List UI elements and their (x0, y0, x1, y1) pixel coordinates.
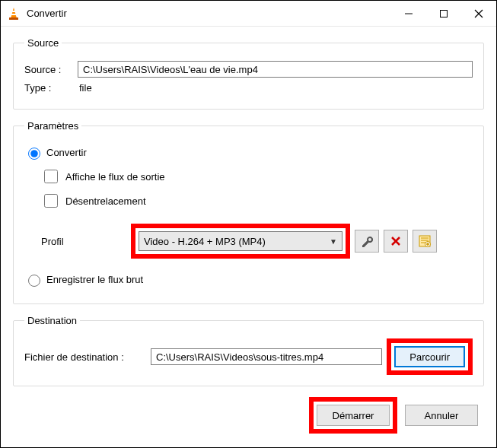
radio-raw-dump[interactable]: Enregistrer le flux brut (24, 272, 473, 287)
maximize-button[interactable] (426, 1, 461, 27)
list-new-icon (419, 235, 431, 247)
check-deinterlace-input[interactable] (44, 194, 58, 208)
titlebar: Convertir (1, 1, 496, 27)
params-legend: Paramètres (24, 120, 81, 132)
minimize-button[interactable] (391, 1, 426, 27)
profile-highlight: Video - H.264 + MP3 (MP4) ▼ (131, 224, 350, 259)
profile-dropdown-value: Video - H.264 + MP3 (MP4) (144, 236, 266, 247)
new-profile-button[interactable] (413, 230, 437, 253)
start-highlight: Démarrer (309, 397, 397, 434)
delete-x-icon (390, 236, 401, 246)
radio-convert-label: Convertir (46, 147, 87, 158)
radio-convert[interactable]: Convertir (24, 145, 473, 160)
svg-marker-0 (11, 8, 17, 18)
destination-file-label: Fichier de destination : (24, 351, 146, 363)
radio-convert-input[interactable] (28, 148, 40, 160)
source-input[interactable] (78, 61, 473, 78)
check-show-output[interactable]: Affiche le flux de sortie (41, 167, 473, 186)
radio-raw-dump-label: Enregistrer le flux brut (46, 274, 143, 285)
browse-button[interactable]: Parcourir (394, 346, 465, 367)
browse-highlight: Parcourir (387, 338, 473, 375)
dialog-footer: Démarrer Annuler (13, 397, 484, 434)
window-title: Convertir (27, 8, 67, 19)
check-show-output-label: Affiche le flux de sortie (65, 171, 165, 183)
svg-rect-2 (11, 14, 17, 15)
svg-rect-1 (12, 11, 16, 12)
close-button[interactable] (461, 1, 496, 27)
wrench-icon (361, 235, 373, 247)
profile-dropdown[interactable]: Video - H.264 + MP3 (MP4) ▼ (139, 231, 342, 251)
svg-rect-5 (441, 10, 448, 17)
check-deinterlace-label: Désentrelacement (65, 195, 146, 207)
edit-profile-button[interactable] (355, 230, 379, 253)
params-group: Paramètres Convertir Affiche le flux de … (13, 120, 484, 304)
destination-group: Destination Fichier de destination : Par… (13, 315, 484, 386)
chevron-down-icon: ▼ (330, 237, 337, 246)
check-deinterlace[interactable]: Désentrelacement (41, 192, 473, 210)
type-label: Type : (24, 82, 78, 94)
vlc-cone-icon (7, 7, 21, 21)
type-value: file (78, 82, 92, 94)
source-legend: Source (24, 37, 62, 49)
source-label: Source : (24, 64, 78, 75)
delete-profile-button[interactable] (384, 230, 408, 253)
svg-rect-3 (9, 17, 18, 20)
cancel-button[interactable]: Annuler (405, 405, 478, 426)
source-group: Source Source : Type : file (13, 37, 484, 110)
start-button[interactable]: Démarrer (317, 405, 390, 426)
profile-label: Profil (24, 236, 131, 247)
check-show-output-input[interactable] (44, 170, 58, 183)
destination-file-input[interactable] (151, 348, 382, 365)
radio-raw-dump-input[interactable] (28, 275, 40, 287)
destination-legend: Destination (24, 315, 80, 326)
